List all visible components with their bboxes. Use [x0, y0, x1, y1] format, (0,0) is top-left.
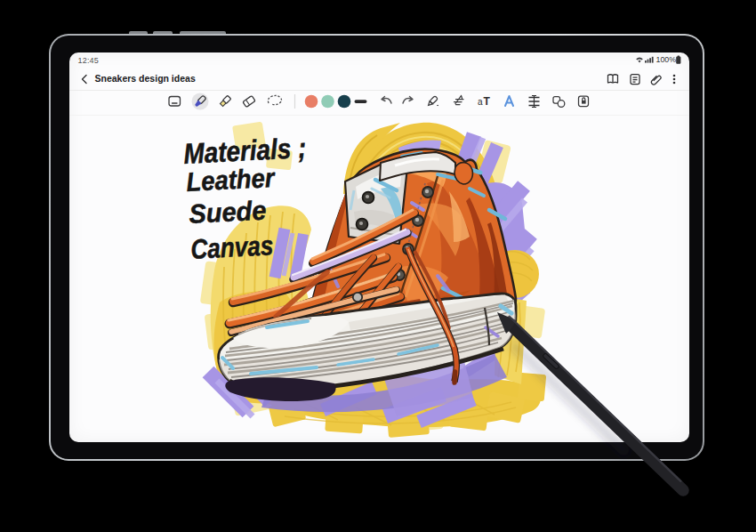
svg-text:Suede: Suede: [189, 195, 268, 229]
svg-text:Leather: Leather: [186, 163, 277, 197]
svg-text:Canvas: Canvas: [190, 230, 275, 265]
